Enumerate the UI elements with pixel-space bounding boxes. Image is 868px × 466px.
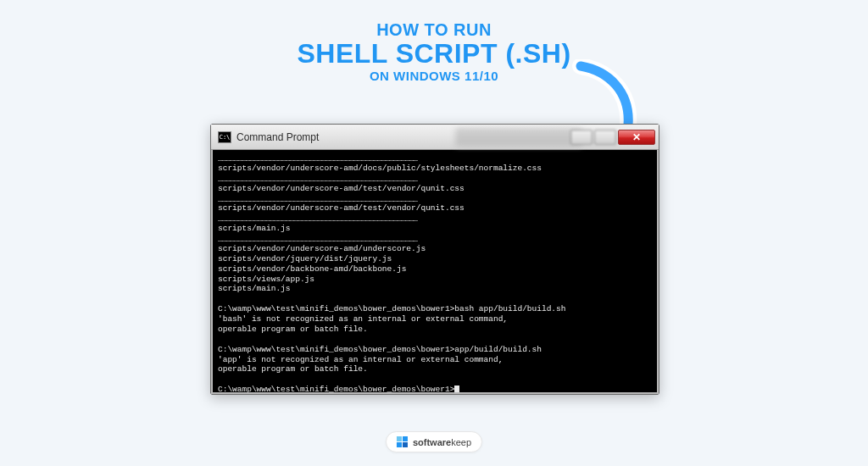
headline-line3: ON WINDOWS 11/10 (0, 69, 868, 83)
headline: HOW TO RUN SHELL SCRIPT (.SH) ON WINDOWS… (0, 0, 868, 83)
terminal-output[interactable]: ________________________________________… (211, 150, 659, 394)
headline-line1: HOW TO RUN (0, 20, 868, 40)
brand-badge: softwarekeep (386, 431, 482, 452)
cmd-icon: C:\ (218, 131, 231, 143)
titlebar: C:\ Command Prompt ✕ (211, 125, 659, 150)
titlebar-blur (455, 128, 582, 147)
close-button[interactable]: ✕ (618, 130, 655, 145)
command-prompt-window: C:\ Command Prompt ✕ ___________________… (210, 124, 659, 395)
maximize-button[interactable] (594, 130, 616, 145)
window-title: Command Prompt (236, 131, 319, 143)
brand-logo-icon (397, 436, 408, 447)
window-controls: ✕ (570, 130, 655, 145)
brand-text: softwarekeep (413, 437, 471, 447)
headline-line2: SHELL SCRIPT (.SH) (0, 40, 868, 69)
minimize-button[interactable] (570, 130, 593, 145)
